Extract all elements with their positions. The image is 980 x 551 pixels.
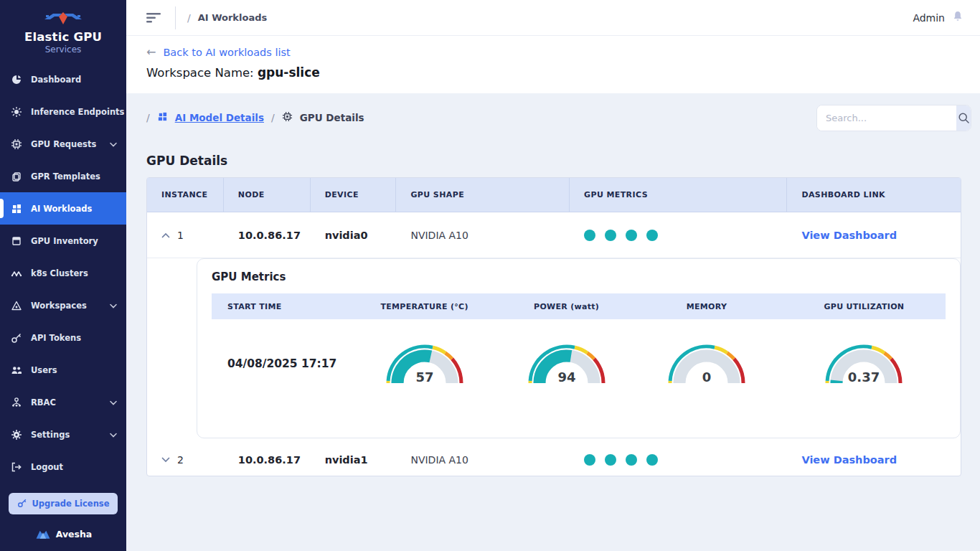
- breadcrumb-current: GPU Details: [300, 112, 364, 123]
- gpu-metric-dot: [584, 454, 595, 466]
- grid-icon: [11, 202, 23, 215]
- expanded-row-panel: GPU Metrics START TIME TEMPERATURE (°C) …: [147, 258, 961, 444]
- node-cell: 10.0.86.17: [224, 230, 311, 241]
- device-cell: nvidia0: [311, 230, 397, 241]
- page-header: ← Back to AI workloads list Workspace Na…: [126, 36, 980, 93]
- topbar: / AI Workloads Admin: [126, 0, 980, 36]
- section-title: GPU Details: [146, 154, 961, 168]
- gpu-metric-dot: [646, 454, 658, 466]
- key-icon: [17, 498, 27, 510]
- sidebar-item-label: GPU Requests: [31, 139, 96, 149]
- instance-cell: 2: [177, 454, 184, 466]
- avesha-footer: Avesha: [0, 527, 126, 551]
- copy-icon: [11, 170, 23, 182]
- gpu-metric-dot: [605, 230, 616, 241]
- view-dashboard-link[interactable]: View Dashboard: [801, 454, 897, 466]
- brand-subtitle: Services: [0, 44, 126, 55]
- workspace-name: gpu-slice: [258, 65, 320, 80]
- sidebar-item-rbac[interactable]: RBAC: [0, 386, 126, 418]
- gpu-metrics-dots: [570, 454, 787, 466]
- search-button[interactable]: [956, 105, 971, 131]
- back-link[interactable]: ← Back to AI workloads list: [146, 45, 960, 59]
- expand-row-icon[interactable]: [161, 457, 170, 463]
- sidebar-item-label: GPR Templates: [31, 171, 100, 182]
- search-box: [816, 105, 971, 131]
- table-row: 2 10.0.86.17 nvidia1 NVIDIA A10 View Das…: [147, 444, 961, 476]
- metrics-table-row: 04/08/2025 17:17 57 94 0 0.37: [212, 319, 946, 408]
- sidebar-item-label: Users: [31, 365, 57, 375]
- sidebar-item-users[interactable]: Users: [0, 354, 126, 386]
- collapse-row-icon[interactable]: [161, 232, 170, 238]
- avesha-label: Avesha: [56, 529, 93, 540]
- breadcrumb-separator: /: [146, 112, 150, 123]
- sidebar-item-gpu-inventory[interactable]: GPU Inventory: [0, 225, 126, 257]
- sidebar-item-gpu-requests[interactable]: GPU Requests: [0, 128, 126, 160]
- metrics-column-header: TEMPERATURE (°C): [347, 302, 502, 311]
- sidebar-item-label: Settings: [31, 430, 70, 440]
- sidebar-item-inference-endpoints[interactable]: Inference Endpoints: [0, 95, 126, 128]
- search-icon: [958, 112, 970, 124]
- gpu-metrics-title: GPU Metrics: [212, 270, 946, 283]
- hierarchy-icon: [11, 396, 23, 408]
- breadcrumb-separator: /: [271, 112, 275, 123]
- view-dashboard-link[interactable]: View Dashboard: [801, 230, 897, 241]
- breadcrumb[interactable]: AI Workloads: [198, 12, 268, 23]
- sidebar-item-label: RBAC: [31, 397, 56, 408]
- temperature-gauge: 57: [347, 342, 502, 386]
- sidebar-item-settings[interactable]: Settings: [0, 418, 126, 451]
- chevron-down-icon: [110, 139, 117, 149]
- svg-text:0.37: 0.37: [848, 369, 880, 385]
- sidebar-item-logout[interactable]: Logout: [0, 451, 126, 483]
- sidebar-item-label: Workspaces: [31, 301, 87, 311]
- sidebar-item-label: API Tokens: [31, 333, 81, 343]
- node-cell: 10.0.86.17: [224, 454, 311, 466]
- sidebar-item-dashboard[interactable]: Dashboard: [0, 63, 126, 95]
- column-header: INSTANCE: [147, 178, 224, 212]
- search-input[interactable]: [817, 105, 956, 131]
- chevron-down-icon: [110, 397, 117, 408]
- chip-icon: [282, 111, 293, 125]
- hamburger-menu-icon[interactable]: [146, 13, 162, 23]
- svg-text:94: 94: [557, 369, 575, 385]
- sidebar-item-label: GPU Inventory: [31, 236, 98, 246]
- memory-gauge: 0: [631, 342, 783, 386]
- column-header: NODE: [224, 178, 311, 212]
- gpu-shape-cell: NVIDIA A10: [396, 454, 570, 466]
- sidebar-item-label: Logout: [31, 462, 63, 472]
- upgrade-license-label: Upgrade License: [32, 499, 110, 509]
- gpu-details-table: INSTANCE NODE DEVICE GPU SHAPE GPU METRI…: [146, 177, 961, 476]
- chip-icon: [11, 138, 23, 150]
- gpu-utilization-gauge: 0.37: [783, 342, 946, 386]
- triangle-icon: [11, 299, 23, 311]
- power-gauge: 94: [502, 342, 631, 386]
- key-icon: [11, 331, 23, 344]
- back-link-label: Back to AI workloads list: [163, 47, 290, 58]
- brand: Elastic GPU Services: [0, 0, 126, 63]
- sidebar-item-workspaces[interactable]: Workspaces: [0, 289, 126, 321]
- sidebar-item-ai-workloads[interactable]: AI Workloads: [0, 192, 126, 225]
- page-title: Workspace Name: gpu-slice: [146, 65, 960, 80]
- logout-icon: [11, 461, 23, 473]
- metrics-column-header: MEMORY: [631, 302, 783, 311]
- brand-title: Elastic GPU: [0, 30, 126, 44]
- gear-icon: [11, 428, 23, 441]
- chevron-down-icon: [110, 430, 117, 440]
- upgrade-license-button[interactable]: Upgrade License: [9, 493, 118, 514]
- instance-cell: 1: [177, 230, 184, 241]
- sidebar-item-k8s-clusters[interactable]: k8s Clusters: [0, 257, 126, 289]
- breadcrumb-link-ai-model-details[interactable]: AI Model Details: [175, 112, 264, 123]
- workspace-label: Workspace Name:: [146, 66, 254, 80]
- bell-icon[interactable]: [951, 10, 964, 26]
- sidebar-item-gpr-templates[interactable]: GPR Templates: [0, 160, 126, 192]
- toolbar: / AI Model Details / GPU Details: [126, 93, 980, 142]
- gpu-metric-dot: [584, 230, 595, 241]
- back-arrow-icon: ←: [146, 45, 156, 59]
- sidebar-item-label: Inference Endpoints: [31, 107, 124, 117]
- user-name[interactable]: Admin: [913, 12, 945, 24]
- metrics-table-header: START TIME TEMPERATURE (°C) POWER (watt)…: [212, 293, 946, 319]
- sidebar-item-api-tokens[interactable]: API Tokens: [0, 321, 126, 354]
- main-area: / AI Workloads Admin ← Back to AI worklo…: [126, 0, 980, 551]
- svg-text:57: 57: [415, 369, 433, 385]
- gpu-metric-dot: [626, 230, 637, 241]
- gpu-metrics-card: GPU Metrics START TIME TEMPERATURE (°C) …: [197, 258, 961, 438]
